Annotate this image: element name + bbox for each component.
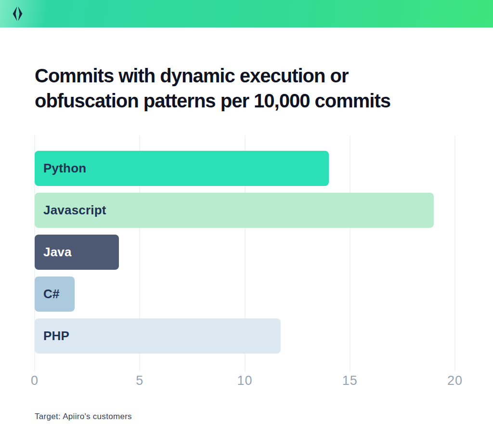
bar-label: Javascript <box>43 203 106 218</box>
x-tick-label-0: 0 <box>31 373 39 388</box>
bar-label: Python <box>43 161 86 176</box>
apiiro-diamond-logo-icon <box>12 6 23 22</box>
chart-title-line-1: Commits with dynamic execution or <box>35 63 420 88</box>
bar-row-java: Java <box>35 235 455 270</box>
bar-row-c: C# <box>35 277 455 312</box>
bar-python: Python <box>35 151 329 186</box>
bar-php: PHP <box>35 318 281 354</box>
bars-group: PythonJavascriptJavaC#PHP <box>35 151 455 360</box>
chart-title: Commits with dynamic execution or obfusc… <box>35 63 420 113</box>
bar-java: Java <box>35 235 119 270</box>
bar-row-php: PHP <box>35 318 455 354</box>
bar-chart: PythonJavascriptJavaC#PHP 05101520 <box>35 135 455 391</box>
target-note: Target: Apiiro's customers <box>35 412 132 422</box>
x-tick-label-10: 10 <box>237 373 252 388</box>
page: Commits with dynamic execution or obfusc… <box>0 0 493 448</box>
x-tick-label-20: 20 <box>447 373 463 388</box>
x-tick-label-5: 5 <box>136 373 143 388</box>
chart-title-line-2: obfuscation patterns per 10,000 commits <box>35 88 420 113</box>
bar-javascript: Javascript <box>35 193 434 228</box>
x-axis: 05101520 <box>35 373 455 391</box>
header-bar <box>0 0 493 27</box>
plot-area: PythonJavascriptJavaC#PHP <box>35 135 455 371</box>
bar-label: PHP <box>43 329 69 343</box>
bar-c: C# <box>35 277 75 312</box>
x-tick-label-15: 15 <box>342 373 358 388</box>
bar-label: C# <box>43 287 60 302</box>
bar-label: Java <box>43 245 72 260</box>
bar-row-javascript: Javascript <box>35 193 455 228</box>
bar-row-python: Python <box>35 151 455 186</box>
